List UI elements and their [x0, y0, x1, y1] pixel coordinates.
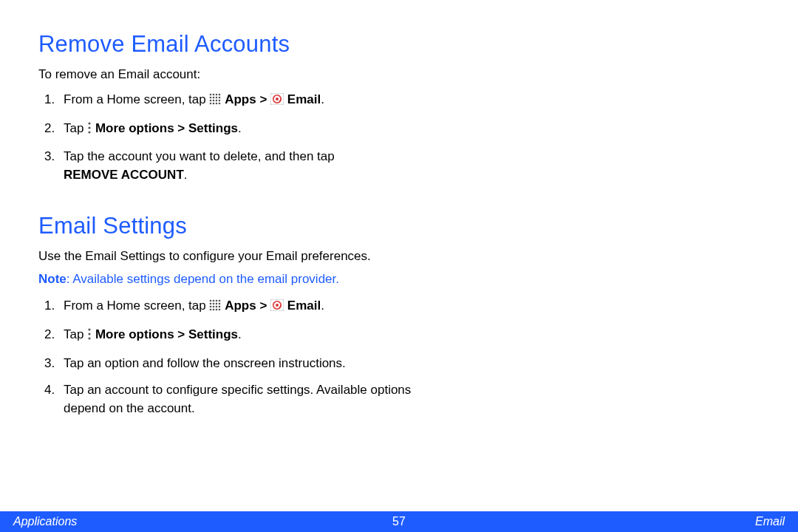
svg-point-14: [216, 103, 218, 105]
svg-point-10: [216, 100, 218, 102]
svg-point-42: [89, 332, 91, 335]
list-item: Tap an account to configure specific set…: [38, 381, 423, 417]
svg-point-23: [213, 300, 215, 302]
steps-remove-email: From a Home screen, tap Apps > Email. Ta…: [38, 91, 760, 185]
more-options-label: More options > Settings: [95, 327, 238, 341]
apps-grid-icon: [209, 92, 221, 111]
more-options-icon: [87, 327, 92, 346]
svg-point-2: [216, 94, 218, 96]
svg-point-33: [219, 306, 221, 308]
svg-point-13: [213, 103, 215, 105]
svg-point-25: [219, 300, 221, 302]
svg-point-32: [216, 306, 218, 308]
svg-point-27: [213, 303, 215, 305]
svg-point-8: [210, 100, 212, 102]
svg-point-11: [219, 100, 221, 102]
apps-label: Apps >: [225, 92, 270, 106]
apps-grid-icon: [209, 299, 221, 317]
list-item: Tap the account you want to delete, and …: [38, 148, 423, 184]
step-text: Tap: [64, 327, 87, 341]
svg-point-26: [210, 303, 212, 305]
svg-point-5: [213, 97, 215, 99]
svg-point-21: [89, 131, 91, 133]
intro-email-settings: Use the Email Settings to configure your…: [38, 248, 423, 265]
list-item: Tap an option and follow the onscreen in…: [38, 355, 423, 373]
svg-point-31: [213, 306, 215, 308]
period: .: [321, 299, 324, 313]
step-text: Tap an option and follow the onscreen in…: [64, 356, 346, 370]
list-item: Tap More options > Settings.: [38, 326, 423, 346]
steps-email-settings: From a Home screen, tap Apps > Email. Ta…: [38, 297, 760, 417]
period: .: [238, 327, 242, 341]
svg-point-40: [276, 304, 279, 307]
note-label: Note: [38, 272, 66, 286]
list-item: Tap More options > Settings.: [38, 120, 423, 140]
step-text: From a Home screen, tap: [64, 299, 209, 313]
svg-point-36: [216, 309, 218, 311]
svg-point-18: [276, 98, 279, 100]
footer-right: Email: [755, 515, 785, 528]
svg-point-29: [219, 303, 221, 305]
document-page: Remove Email Accounts To remove an Email…: [0, 0, 798, 532]
step-text: Tap: [64, 121, 87, 135]
svg-point-37: [219, 309, 221, 311]
more-options-icon: [87, 121, 92, 140]
email-at-icon: [270, 299, 284, 317]
svg-point-19: [89, 122, 91, 124]
more-options-label: More options > Settings: [95, 121, 238, 135]
step-text: Tap an account to configure specific set…: [64, 383, 411, 415]
svg-point-1: [213, 94, 215, 96]
svg-point-30: [210, 306, 212, 308]
email-at-icon: [270, 92, 284, 111]
note-line: Note: Available settings depend on the e…: [38, 272, 760, 287]
svg-point-15: [219, 103, 221, 105]
email-label: Email: [284, 92, 321, 106]
svg-point-6: [216, 97, 218, 99]
list-item: From a Home screen, tap Apps > Email.: [38, 91, 423, 111]
heading-remove-email: Remove Email Accounts: [38, 31, 760, 58]
email-label: Email: [284, 299, 321, 313]
heading-email-settings: Email Settings: [38, 213, 760, 239]
period: .: [184, 168, 188, 182]
svg-point-22: [210, 300, 212, 302]
svg-point-4: [210, 97, 212, 99]
svg-point-12: [210, 103, 212, 105]
remove-account-label: REMOVE ACCOUNT: [64, 168, 184, 182]
svg-point-43: [89, 337, 91, 339]
list-item: From a Home screen, tap Apps > Email.: [38, 297, 423, 317]
svg-point-3: [219, 94, 221, 96]
step-text: From a Home screen, tap: [64, 92, 209, 106]
svg-point-7: [219, 97, 221, 99]
svg-point-24: [216, 300, 218, 302]
footer-left: Applications: [13, 515, 77, 528]
page-footer: Applications 57 Email: [0, 511, 798, 532]
svg-point-0: [210, 94, 212, 96]
svg-point-20: [89, 126, 91, 129]
note-text: : Available settings depend on the email…: [66, 272, 339, 286]
apps-label: Apps >: [225, 299, 270, 313]
svg-point-9: [213, 100, 215, 102]
period: .: [238, 121, 242, 135]
step-text: Tap the account you want to delete, and …: [64, 149, 335, 163]
svg-point-41: [89, 328, 91, 330]
svg-point-28: [216, 303, 218, 305]
svg-point-34: [210, 309, 212, 311]
footer-page-number: 57: [392, 515, 406, 528]
svg-point-35: [213, 309, 215, 311]
period: .: [321, 92, 324, 106]
intro-remove-email: To remove an Email account:: [38, 66, 423, 83]
